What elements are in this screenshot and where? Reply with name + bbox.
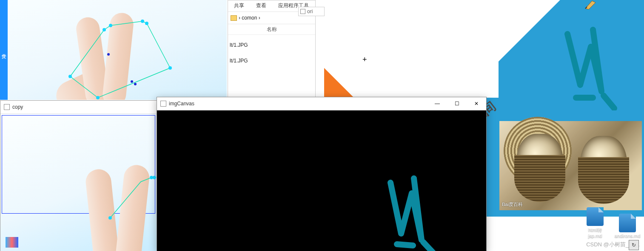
canvas-titlebar[interactable]: imgCanvas — ☐ ✕: [157, 97, 486, 110]
tab-share[interactable]: 共享: [228, 0, 250, 11]
maximize-button[interactable]: ☐: [447, 97, 467, 110]
markdown-file-icon: [587, 207, 604, 226]
svg-point-5: [145, 22, 148, 25]
svg-marker-0: [70, 21, 170, 98]
file-row[interactable]: lt/1.JPG: [230, 37, 313, 53]
window-icon: [300, 9, 305, 14]
svg-point-8: [107, 53, 110, 56]
relief-figure-right: [580, 136, 627, 200]
img-canvas-window[interactable]: imgCanvas — ☐ ✕: [157, 97, 487, 251]
copy-title: copy: [12, 104, 23, 110]
desktop-file-label: andirons.md: [615, 233, 641, 238]
svg-point-9: [131, 80, 133, 83]
copy-titlebar[interactable]: copy: [0, 101, 157, 114]
desktop-file-1[interactable]: html转 jsp.md: [581, 207, 609, 238]
window-controls: — ☐ ✕: [427, 97, 486, 110]
convex-hull-overlay: [0, 0, 227, 100]
explorer-file-list: lt/1.JPG lt/1.JPG: [228, 35, 315, 71]
relief-figure-left: [516, 134, 563, 197]
file-row[interactable]: lt/1.JPG: [230, 53, 313, 69]
window-icon: [4, 104, 10, 110]
crumb-sep: ›: [239, 15, 240, 21]
svg-point-6: [168, 66, 172, 70]
tab-view[interactable]: 查看: [250, 0, 272, 11]
svg-point-13: [153, 176, 156, 179]
copy-canvas[interactable]: [0, 114, 157, 251]
redo-icon: ↻: [632, 242, 636, 248]
crumb-sep: ›: [259, 15, 260, 21]
column-header-name[interactable]: 名称: [228, 24, 315, 35]
orange-corner: [324, 68, 354, 98]
ori-title: ori: [307, 8, 313, 14]
svg-point-12: [150, 176, 153, 179]
teal-scribble-canvas: [376, 170, 448, 251]
convex-hull-overlay: [0, 114, 157, 251]
close-button[interactable]: ✕: [467, 97, 486, 110]
relief-watermark: Bai度百科: [502, 201, 523, 208]
markdown-file-icon: [619, 214, 636, 232]
desktop-file-2[interactable]: andirons.md: [613, 214, 641, 238]
svg-point-3: [109, 24, 112, 27]
svg-point-11: [108, 216, 112, 220]
relief-image: Bai度百科: [499, 121, 642, 210]
canvas-title: imgCanvas: [169, 101, 194, 107]
canvas-surface[interactable]: [157, 110, 486, 251]
svg-point-7: [96, 96, 100, 99]
pen-tip-icon: [584, 0, 597, 9]
svg-point-1: [68, 75, 72, 78]
svg-point-10: [134, 83, 137, 85]
image-editor-top[interactable]: 文件: [0, 0, 227, 100]
ori-window-fragment[interactable]: ori: [298, 7, 325, 16]
window-icon: [160, 101, 166, 107]
teal-scribble-large: [550, 17, 627, 110]
svg-point-4: [141, 20, 144, 23]
folder-icon: [231, 15, 237, 21]
minimize-button[interactable]: —: [427, 97, 447, 110]
document-panel: + 帝与蚩柱间 任 何 历 史 依 据: [324, 0, 499, 98]
crumb-folder[interactable]: comon: [242, 15, 257, 21]
redo-button[interactable]: ↻: [629, 240, 639, 250]
copy-window[interactable]: copy: [0, 100, 157, 251]
color-swatch: [6, 237, 18, 248]
desktop-file-label: html转 jsp.md: [588, 227, 602, 238]
svg-point-2: [103, 28, 106, 31]
crosshair-cursor: +: [362, 55, 367, 64]
